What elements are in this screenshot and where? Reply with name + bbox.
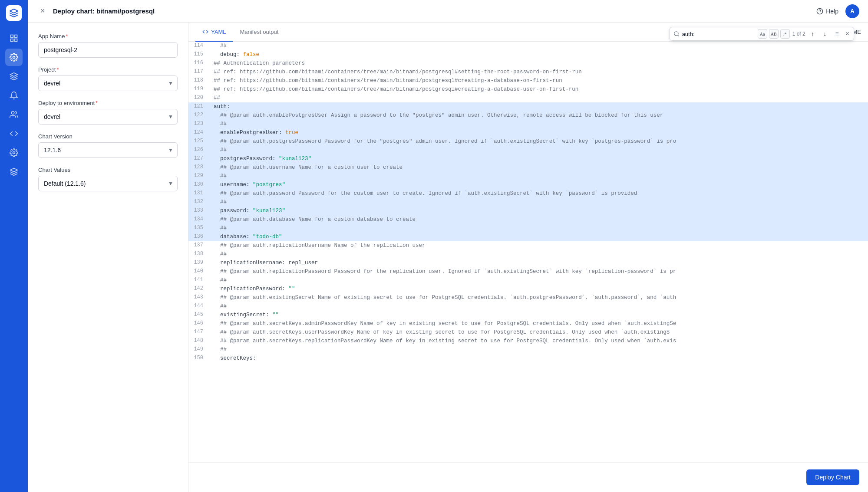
yaml-icon [202, 29, 208, 35]
line-content: secretKeys: [210, 354, 868, 363]
line-content: ## [210, 94, 868, 102]
table-row: 139 replicationUsername: repl_user [188, 259, 868, 267]
table-row: 150 secretKeys: [188, 354, 868, 363]
line-content: ## @param auth.replicationPassword Passw… [210, 267, 868, 276]
code-table: 114 ##115 debug: false116## Authenticati… [188, 42, 868, 363]
code-area: YAML Manifest output Compare values READ… [188, 23, 868, 492]
tabs-left: YAML Manifest output [195, 23, 285, 41]
avatar[interactable]: A [845, 4, 859, 18]
svg-point-4 [13, 56, 15, 59]
table-row: 129 ## [188, 172, 868, 180]
project-group: Project * devrel ▼ [38, 66, 178, 91]
search-next-button[interactable]: ↓ [820, 29, 830, 39]
line-number: 132 [188, 198, 210, 207]
deploy-btn-wrapper: Deploy Chart [188, 462, 868, 492]
sidebar-icon-dashboard[interactable] [5, 30, 23, 47]
line-number: 129 [188, 172, 210, 180]
table-row: 120## [188, 94, 868, 102]
env-label: Deploy to environment * [38, 100, 178, 106]
line-content: ## @param auth.enablePostgresUser Assign… [210, 111, 868, 120]
line-content: ## [210, 198, 868, 207]
env-select[interactable]: devrel [38, 109, 178, 125]
deploy-chart-button[interactable]: Deploy Chart [806, 469, 859, 485]
app-name-input[interactable] [38, 42, 178, 58]
search-icon [673, 31, 680, 37]
sidebar-icon-users[interactable] [5, 106, 23, 123]
chart-values-select[interactable]: Default (12.1.6) [38, 176, 178, 191]
table-row: 119## ref: https://github.com/bitnami/co… [188, 85, 868, 94]
line-number: 142 [188, 285, 210, 293]
line-number: 147 [188, 328, 210, 337]
app-logo[interactable] [6, 5, 22, 21]
table-row: 142 replicationPassword: "" [188, 285, 868, 293]
table-row: 149 ## [188, 345, 868, 354]
table-row: 132 ## [188, 198, 868, 207]
line-content: debug: false [210, 50, 868, 59]
tab-yaml[interactable]: YAML [195, 23, 233, 42]
project-label: Project * [38, 66, 178, 73]
line-number: 120 [188, 94, 210, 102]
table-row: 137 ## @param auth.replicationUsername N… [188, 241, 868, 250]
chart-version-label: Chart Version [38, 133, 178, 140]
line-number: 125 [188, 137, 210, 146]
content-area: App Name * Project * devrel ▼ [28, 23, 868, 492]
close-button[interactable]: × [36, 5, 49, 17]
line-number: 135 [188, 224, 210, 233]
table-row: 133 password: "kunal123" [188, 207, 868, 215]
sidebar-icon-code[interactable] [5, 125, 23, 142]
chart-values-wrapper: Default (12.1.6) ▼ [38, 176, 178, 191]
project-select-wrapper: devrel ▼ [38, 75, 178, 91]
search-prev-button[interactable]: ↑ [808, 29, 818, 39]
line-content: ## Authentication parameters [210, 59, 868, 68]
table-row: 145 existingSecret: "" [188, 311, 868, 319]
svg-rect-1 [15, 35, 17, 38]
search-input[interactable] [682, 31, 755, 37]
line-number: 131 [188, 189, 210, 198]
chart-version-select[interactable]: 12.1.6 [38, 142, 178, 158]
sidebar-icon-config[interactable] [5, 144, 23, 161]
table-row: 148 ## @param auth.secretKeys.replicatio… [188, 337, 868, 345]
tab-manifest[interactable]: Manifest output [233, 23, 285, 42]
search-close-button[interactable]: × [845, 30, 850, 38]
line-number: 141 [188, 276, 210, 285]
line-number: 118 [188, 76, 210, 85]
help-icon [816, 8, 823, 15]
svg-rect-0 [11, 35, 13, 38]
sidebar-icon-notifications[interactable] [5, 87, 23, 104]
table-row: 146 ## @param auth.secretKeys.adminPassw… [188, 319, 868, 328]
svg-point-5 [11, 112, 14, 115]
line-number: 130 [188, 180, 210, 189]
sidebar-icon-layers[interactable] [5, 163, 23, 180]
line-number: 138 [188, 250, 210, 259]
table-row: 147 ## @param auth.secretKeys.userPasswo… [188, 328, 868, 337]
table-row: 117## ref: https://github.com/bitnami/co… [188, 68, 868, 76]
table-row: 131 ## @param auth.password Password for… [188, 189, 868, 198]
project-select[interactable]: devrel [38, 75, 178, 91]
table-row: 114 ## [188, 42, 868, 50]
line-number: 116 [188, 59, 210, 68]
line-content: ## @param auth.secretKeys.replicationPas… [210, 337, 868, 345]
table-row: 126 ## [188, 146, 868, 154]
sidebar-icon-settings[interactable] [5, 49, 23, 66]
help-button[interactable]: Help [816, 8, 838, 15]
line-content: enablePostgresUser: true [210, 128, 868, 137]
line-number: 123 [188, 120, 210, 128]
match-word-button[interactable]: AB [769, 29, 779, 39]
line-content: ## [210, 172, 868, 180]
header: × Deploy chart: bitnami/postgresql Help … [28, 0, 868, 23]
sidebar-icon-deploy[interactable] [5, 68, 23, 85]
search-more-button[interactable]: ≡ [832, 29, 842, 39]
required-star2: * [56, 66, 59, 73]
table-row: 115 debug: false [188, 50, 868, 59]
code-editor[interactable]: 114 ##115 debug: false116## Authenticati… [188, 42, 868, 462]
line-content: database: "todo-db" [210, 233, 868, 241]
line-number: 114 [188, 42, 210, 50]
svg-point-6 [13, 152, 15, 154]
line-content: ## @param auth.secretKeys.userPasswordKe… [210, 328, 868, 337]
match-case-button[interactable]: Aa [758, 29, 767, 39]
regex-button[interactable]: .* [780, 29, 790, 39]
line-content: existingSecret: "" [210, 311, 868, 319]
line-content: ## [210, 120, 868, 128]
table-row: 144 ## [188, 302, 868, 311]
table-row: 130 username: "postgres" [188, 180, 868, 189]
